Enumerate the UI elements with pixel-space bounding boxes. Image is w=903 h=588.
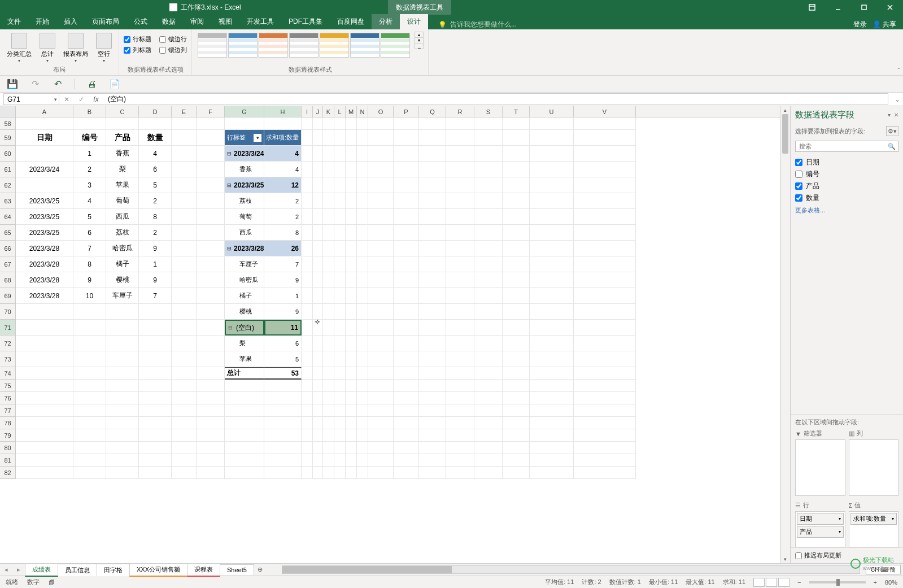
cell[interactable] — [394, 146, 419, 162]
cell[interactable] — [368, 351, 394, 367]
cell[interactable] — [197, 367, 225, 380]
cell[interactable] — [313, 417, 323, 429]
cell[interactable] — [574, 272, 636, 288]
cell[interactable] — [574, 177, 636, 193]
cell[interactable] — [323, 209, 334, 225]
style-thumb[interactable] — [381, 33, 410, 58]
formula-input[interactable]: (空白) — [103, 93, 888, 105]
cell[interactable] — [474, 304, 503, 320]
cell[interactable] — [530, 304, 574, 320]
cell[interactable] — [16, 442, 73, 454]
cell[interactable] — [334, 351, 346, 367]
cell[interactable] — [302, 272, 313, 288]
cell[interactable]: 7 — [139, 288, 172, 304]
cell[interactable] — [530, 467, 574, 479]
cell[interactable] — [73, 404, 106, 417]
cell[interactable] — [503, 417, 530, 429]
pivot-group-cell[interactable]: ⊟(空白) — [225, 320, 264, 336]
pivot-group-cell[interactable]: ⊟2023/3/24 — [225, 146, 264, 162]
cell[interactable] — [394, 117, 419, 130]
cell[interactable] — [264, 404, 302, 417]
cell[interactable] — [530, 225, 574, 241]
cell[interactable] — [323, 225, 334, 241]
cell[interactable] — [346, 117, 357, 130]
cell[interactable] — [73, 467, 106, 479]
cell[interactable] — [574, 288, 636, 304]
cell[interactable] — [106, 417, 139, 429]
cell[interactable] — [346, 272, 357, 288]
cell[interactable] — [139, 336, 172, 351]
tab-developer[interactable]: 开发工具 — [239, 14, 281, 29]
pivot-item-cell[interactable]: 葡萄 — [225, 209, 264, 225]
rows-dropzone[interactable]: 日期▾产品▾ — [795, 511, 845, 547]
cell[interactable] — [368, 209, 394, 225]
cell[interactable] — [139, 117, 172, 130]
col-header-F[interactable]: F — [197, 106, 225, 117]
cell[interactable] — [419, 304, 446, 320]
cell[interactable] — [323, 146, 334, 162]
zoom-slider[interactable] — [809, 581, 866, 583]
pivot-item-cell[interactable]: 苹果 — [225, 351, 264, 367]
cell[interactable] — [474, 193, 503, 209]
cell[interactable] — [419, 442, 446, 454]
row-header-59[interactable]: 59 — [0, 130, 16, 146]
cell[interactable] — [334, 117, 346, 130]
col-header-V[interactable]: V — [574, 106, 636, 117]
style-gallery-spinner[interactable]: ▴ ▾ ⎯ — [415, 32, 424, 49]
cell[interactable] — [357, 130, 368, 146]
pivot-group-sum[interactable]: 11 — [264, 320, 302, 336]
cell[interactable] — [106, 392, 139, 404]
col-header-H[interactable]: H — [264, 106, 302, 117]
tab-home[interactable]: 开始 — [28, 14, 56, 29]
cell[interactable] — [346, 320, 357, 336]
cell[interactable] — [394, 320, 419, 336]
row-header-78[interactable]: 78 — [0, 417, 16, 429]
pivot-group-sum[interactable]: 12 — [264, 177, 302, 193]
pane-close-icon[interactable]: ✕ — [894, 112, 898, 118]
cell[interactable] — [197, 320, 225, 336]
cell[interactable]: 车厘子 — [106, 288, 139, 304]
vscroll-thumb[interactable] — [782, 114, 788, 154]
pivot-item-value[interactable]: 2 — [264, 209, 302, 225]
collapse-icon[interactable]: ⊟ — [227, 151, 232, 156]
pivot-grand-total[interactable]: 53 — [264, 367, 302, 380]
cell[interactable] — [530, 177, 574, 193]
subtotals-button[interactable]: 分类汇总▾ — [5, 32, 34, 64]
col-header-O[interactable]: O — [368, 106, 394, 117]
spreadsheet-grid[interactable]: ABCDEFGHIJKLMNOPQRSTUV 5859日期编号产品数量行标签▾求… — [0, 106, 780, 563]
cell[interactable] — [302, 392, 313, 404]
cell[interactable] — [225, 380, 264, 392]
cell[interactable] — [16, 367, 73, 380]
cell[interactable] — [313, 404, 323, 417]
cell[interactable] — [323, 288, 334, 304]
cell[interactable] — [334, 442, 346, 454]
cell[interactable] — [394, 130, 419, 146]
cell[interactable]: 9 — [139, 272, 172, 288]
style-prev[interactable]: ▴ — [415, 32, 423, 38]
cell[interactable] — [313, 225, 323, 241]
cell[interactable]: 1 — [139, 256, 172, 272]
pivot-filter-icon[interactable]: ▾ — [254, 134, 261, 142]
cell[interactable] — [419, 351, 446, 367]
field-checkbox-数量[interactable]: 数量 — [795, 192, 898, 204]
more-tables-link[interactable]: 更多表格... — [795, 204, 898, 217]
tell-me-search[interactable]: 💡 告诉我您想要做什么... — [438, 20, 517, 29]
grandtotals-button[interactable]: 总计▾ — [37, 32, 58, 64]
cell[interactable] — [474, 336, 503, 351]
values-dropzone[interactable]: 求和项:数量▾ — [849, 511, 899, 547]
cell[interactable] — [313, 351, 323, 367]
cell[interactable] — [474, 177, 503, 193]
cell[interactable] — [446, 209, 474, 225]
cell[interactable] — [346, 193, 357, 209]
cell[interactable] — [419, 130, 446, 146]
tab-pdf[interactable]: PDF工具集 — [281, 14, 330, 29]
cell[interactable] — [474, 272, 503, 288]
col-header-U[interactable]: U — [530, 106, 574, 117]
cell[interactable] — [446, 392, 474, 404]
row-header-79[interactable]: 79 — [0, 429, 16, 442]
chk-banded-cols[interactable]: 镶边列 — [159, 46, 187, 54]
cell[interactable] — [172, 417, 197, 429]
add-sheet-button[interactable]: ⊕ — [254, 566, 267, 573]
cell[interactable] — [503, 304, 530, 320]
cell[interactable] — [394, 304, 419, 320]
